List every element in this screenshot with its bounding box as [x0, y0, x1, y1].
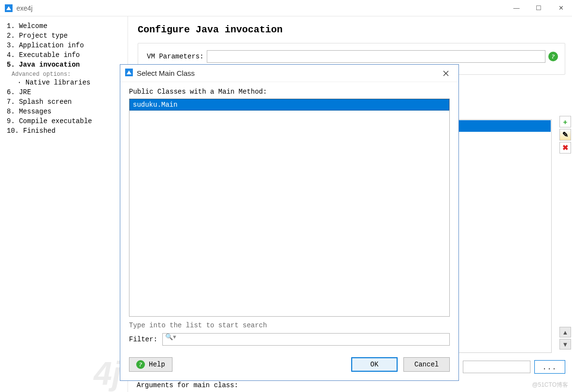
page-watermark: @51CTO博客	[532, 381, 568, 389]
step-finished[interactable]: 10. Finished	[3, 126, 125, 136]
step-application-info[interactable]: 3. Application info	[3, 41, 125, 50]
move-up-button[interactable]: ▲	[559, 327, 571, 337]
help-icon: ?	[136, 360, 145, 369]
filter-input[interactable]	[162, 333, 450, 346]
close-icon	[443, 70, 449, 76]
cancel-button[interactable]: Cancel	[403, 357, 450, 372]
step-native-libraries[interactable]: · Native libraries	[3, 78, 125, 87]
search-hint: Type into the list to start search	[129, 322, 450, 329]
step-executable-info[interactable]: 4. Executable info	[3, 50, 125, 60]
step-compile-executable[interactable]: 9. Compile executable	[3, 116, 125, 126]
dialog-close-button[interactable]	[437, 66, 455, 81]
move-down-button[interactable]: ▼	[559, 339, 571, 350]
step-project-type[interactable]: 2. Project type	[3, 31, 125, 41]
dialog-title: Select Main Class	[137, 69, 437, 77]
browse-main-class-button[interactable]: ...	[534, 360, 565, 374]
class-list-label: Public Classes with a Main Method:	[129, 88, 450, 96]
window-title: exe4j	[16, 4, 505, 12]
maximize-button[interactable]: ☐	[528, 1, 550, 15]
step-splash-screen[interactable]: 7. Splash screen	[3, 97, 125, 107]
vm-parameters-input[interactable]	[207, 50, 545, 63]
advanced-options-label: Advanced options:	[3, 70, 125, 78]
close-button[interactable]: ✕	[550, 1, 572, 15]
page-title: Configure Java invocation	[138, 24, 565, 35]
step-jre[interactable]: 6. JRE	[3, 87, 125, 97]
list-item[interactable]: suduku.Main	[129, 99, 449, 111]
app-icon	[5, 4, 13, 12]
step-java-invocation[interactable]: 5. Java invocation	[3, 60, 125, 70]
vm-parameters-label: VM Parameters:	[147, 53, 204, 60]
add-button[interactable]: +	[559, 116, 571, 127]
step-messages[interactable]: 8. Messages	[3, 107, 125, 116]
dialog-app-icon	[125, 69, 133, 78]
minimize-button[interactable]: —	[505, 1, 528, 15]
ok-button[interactable]: OK	[351, 357, 398, 372]
main-class-input[interactable]	[463, 361, 530, 373]
select-main-class-dialog: Select Main Class Public Classes with a …	[120, 64, 459, 381]
help-button[interactable]: ? Help	[129, 357, 172, 372]
filter-label: Filter:	[129, 336, 157, 343]
entry-side-buttons: + ✎ ✖	[559, 116, 571, 154]
step-welcome[interactable]: 1. Welcome	[3, 21, 125, 31]
main-titlebar: exe4j — ☐ ✕	[0, 0, 572, 16]
help-button-label: Help	[149, 361, 165, 368]
wizard-steps: 1. Welcome 2. Project type 3. Applicatio…	[0, 16, 128, 392]
delete-button[interactable]: ✖	[559, 142, 571, 154]
arguments-label: Arguments for main class:	[137, 381, 238, 389]
main-class-list[interactable]: suduku.Main	[129, 98, 450, 317]
edit-button[interactable]: ✎	[559, 129, 571, 140]
dialog-titlebar: Select Main Class	[120, 65, 458, 82]
help-icon[interactable]: ?	[548, 52, 558, 61]
